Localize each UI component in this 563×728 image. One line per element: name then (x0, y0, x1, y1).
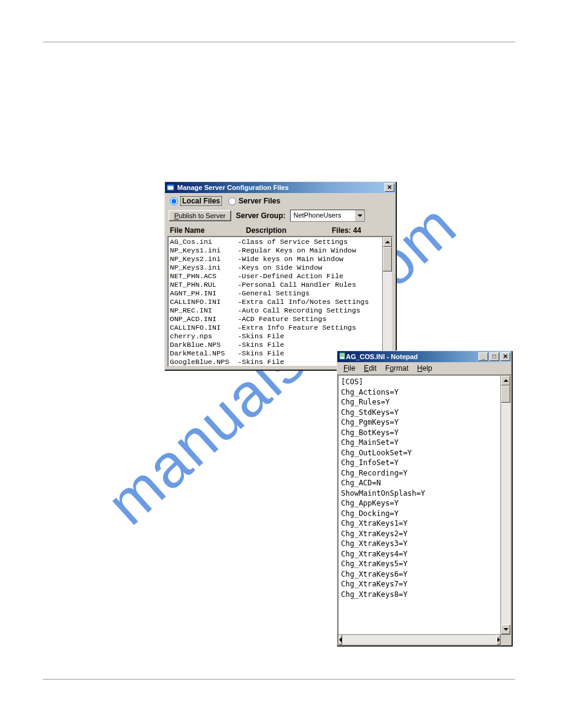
list-item[interactable]: AG_Cos.ini -Class of Service Settings (170, 238, 381, 246)
notepad-title-bar[interactable]: AG_COS.INI - Notepad _ □ ✕ (337, 351, 511, 362)
notepad-client-area: [COS] Chg_Actions=Y Chg_Rules=Y Chg_StdK… (337, 374, 511, 645)
list-item[interactable]: ONP_ACD.INI -ACD Feature Settings (170, 315, 381, 324)
radio-server-label: Server Files (239, 197, 280, 205)
server-group-label: Server Group: (236, 211, 286, 220)
list-header: File Name Description Files: 44 (167, 225, 393, 236)
notepad-title: AG_COS.INI - Notepad (346, 353, 477, 360)
minimize-button[interactable]: _ (478, 352, 488, 361)
radio-server-input[interactable] (228, 197, 236, 205)
close-button[interactable]: ✕ (500, 352, 510, 361)
files-count: Files: 44 (332, 226, 393, 235)
scroll-corner (500, 635, 510, 645)
svg-rect-1 (167, 185, 174, 186)
title-bar[interactable]: Manage Server Configuration Files ✕ (165, 182, 396, 193)
menu-help[interactable]: Help (413, 363, 436, 373)
notepad-window: AG_COS.INI - Notepad _ □ ✕ File Edit For… (337, 351, 512, 646)
maximize-button[interactable]: □ (489, 352, 499, 361)
notepad-vscroll[interactable] (500, 376, 510, 634)
combo-arrow-icon[interactable] (354, 210, 364, 221)
manage-config-window: Manage Server Configuration Files ✕ Loca… (164, 181, 396, 370)
list-item[interactable]: NET_PHN.ACS -User-Defined Action File (170, 272, 381, 281)
scroll-up-icon[interactable] (383, 237, 392, 247)
publish-to-server-button[interactable]: Publish to Server (169, 210, 231, 221)
list-item[interactable]: NP_REC.INI -Auto Call Recording Settings (170, 306, 381, 315)
notepad-text-content[interactable]: [COS] Chg_Actions=Y Chg_Rules=Y Chg_StdK… (339, 376, 500, 634)
col-header-filename: File Name (170, 226, 246, 235)
list-item[interactable]: NP_Keys3.ini -Keys on Side Window (170, 264, 381, 272)
radio-local-label: Local Files (180, 196, 222, 206)
scroll-track-h[interactable] (342, 635, 497, 644)
list-item[interactable]: cherry.nps -Skins File (170, 332, 381, 341)
window-title: Manage Server Configuration Files (177, 184, 383, 191)
scroll-thumb[interactable] (501, 385, 510, 403)
list-item[interactable]: DarkBlue.NPS -Skins File (170, 341, 381, 349)
col-header-description: Description (246, 226, 332, 235)
notepad-hscroll[interactable] (339, 634, 510, 644)
notepad-icon (339, 352, 346, 361)
scroll-track[interactable] (383, 271, 392, 356)
menu-format[interactable]: Format (381, 363, 412, 373)
scroll-up-icon[interactable] (501, 376, 510, 385)
scroll-track[interactable] (501, 403, 510, 624)
file-list-content[interactable]: AG_Cos.ini -Class of Service SettingsNP_… (169, 237, 382, 366)
close-button[interactable]: ✕ (385, 183, 394, 192)
file-source-radios: Local Files Server Files (167, 195, 393, 208)
page-rule-top (43, 42, 515, 42)
menu-edit[interactable]: Edit (360, 363, 380, 373)
list-item[interactable]: NP_Keys1.ini -Regular Keys on Main Windo… (170, 246, 381, 255)
server-group-value: NetPhoneUsers (291, 210, 354, 221)
list-item[interactable]: AGNT_PH.INI -General Settings (170, 289, 381, 298)
list-scrollbar[interactable] (382, 237, 392, 366)
menu-file[interactable]: File (340, 363, 359, 373)
radio-server-files[interactable]: Server Files (228, 197, 280, 205)
list-item[interactable]: NET_PHN.RUL -Personal Call Handler Rules (170, 281, 381, 289)
list-item[interactable]: CALLINFO.INI -Extra Info Feature Setting… (170, 324, 381, 332)
menu-bar: File Edit Format Help (337, 362, 511, 374)
server-group-combo[interactable]: NetPhoneUsers (290, 210, 365, 222)
page-rule-bottom (43, 679, 515, 680)
file-list[interactable]: AG_Cos.ini -Class of Service SettingsNP_… (167, 236, 393, 367)
radio-local-input[interactable] (170, 197, 178, 205)
scroll-down-icon[interactable] (501, 624, 510, 634)
list-item[interactable]: NP_Keys2.ini -Wide keys on Main Window (170, 255, 381, 264)
scroll-thumb[interactable] (383, 247, 392, 271)
list-item[interactable]: CALLINFO.INI -Extra Call Info/Notes Sett… (170, 298, 381, 306)
app-icon (166, 183, 175, 192)
radio-local-files[interactable]: Local Files (170, 196, 222, 206)
